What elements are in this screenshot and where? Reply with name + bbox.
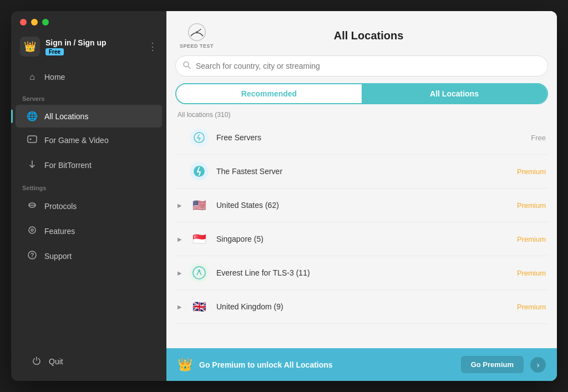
list-item[interactable]: ▶ 🇸🇬 Singapore (5) Premium: [175, 222, 548, 256]
sidebar: 👑 Sign in / Sign up Free ⋮ ⌂ Home Server…: [11, 11, 166, 381]
premium-banner[interactable]: 👑 Go Premium to unlock All Locations Go …: [166, 348, 557, 381]
svg-point-1: [30, 139, 32, 140]
free-badge: Free: [45, 48, 64, 55]
list-item[interactable]: Free Servers Free: [175, 121, 548, 155]
search-icon: [183, 62, 191, 71]
location-name: Everest Line for TLS-3 (11): [216, 268, 517, 277]
brand-area: 👑 Sign in / Sign up Free: [20, 37, 106, 57]
window-maximize-button[interactable]: [42, 19, 49, 26]
brand-text: Sign in / Sign up Free: [45, 38, 106, 55]
us-flag: 🇺🇸: [190, 196, 209, 215]
window-minimize-button[interactable]: [31, 19, 38, 26]
sidebar-item-all-locations[interactable]: 🌐 All Locations: [16, 105, 162, 128]
search-input[interactable]: [175, 55, 548, 77]
location-name: The Fastest Server: [216, 167, 517, 176]
expand-icon: ▶: [178, 202, 186, 208]
fastest-server-icon: [190, 162, 209, 181]
game-icon: [27, 134, 38, 146]
tab-recommended[interactable]: Recommended: [176, 84, 362, 103]
expand-icon: ▶: [178, 304, 186, 310]
svg-text:?: ?: [31, 252, 34, 258]
tab-all-locations[interactable]: All Locations: [362, 84, 547, 103]
svg-line-12: [188, 67, 190, 69]
brand-name: Sign in / Sign up: [45, 38, 106, 47]
location-name: United States (62): [216, 201, 517, 210]
sidebar-item-label: For BitTorrent: [44, 161, 92, 170]
svg-rect-0: [28, 136, 37, 142]
location-badge: Premium: [517, 167, 546, 176]
list-item[interactable]: The Fastest Server Premium: [175, 155, 548, 189]
banner-crown-icon: 👑: [178, 358, 192, 372]
location-badge: Premium: [517, 235, 546, 243]
sidebar-item-label: For Game & Video: [44, 136, 109, 145]
support-icon: ?: [27, 250, 38, 262]
location-badge: Free: [531, 134, 546, 142]
more-options-icon[interactable]: ⋮: [148, 40, 158, 53]
sidebar-nav: ⌂ Home Servers 🌐 All Locations For Game …: [11, 63, 166, 342]
location-badge: Premium: [517, 201, 546, 210]
sidebar-footer: Quit: [11, 342, 166, 381]
svg-point-4: [29, 227, 36, 233]
search-bar: [175, 55, 548, 77]
location-badge: Premium: [517, 303, 546, 311]
sidebar-item-label: All Locations: [44, 112, 88, 121]
banner-arrow-icon[interactable]: ›: [530, 357, 546, 373]
main-header: SPEED TEST All Locations: [166, 11, 557, 55]
protocols-icon: [27, 200, 38, 212]
go-premium-button[interactable]: Go Premium: [461, 356, 524, 373]
sidebar-item-label: Features: [44, 227, 75, 236]
locations-count: All locations (310): [166, 109, 557, 121]
speedometer-icon: [187, 22, 207, 42]
sidebar-item-support[interactable]: ? Support: [16, 244, 162, 268]
speed-test-widget[interactable]: SPEED TEST: [180, 22, 214, 49]
window-close-button[interactable]: [20, 19, 27, 26]
features-icon: [27, 225, 38, 237]
sidebar-item-label: Support: [44, 252, 72, 261]
location-name: Free Servers: [216, 133, 531, 142]
sidebar-header: 👑 Sign in / Sign up Free ⋮: [11, 28, 166, 63]
sidebar-item-bittorrent[interactable]: For BitTorrent: [16, 153, 162, 177]
globe-icon: 🌐: [27, 111, 38, 121]
sidebar-item-label: Home: [44, 73, 65, 82]
quit-button[interactable]: Quit: [20, 349, 158, 374]
home-icon: ⌂: [27, 72, 38, 82]
sidebar-item-features[interactable]: Features: [16, 219, 162, 243]
crown-icon: 👑: [20, 37, 40, 57]
expand-icon: ▶: [178, 236, 186, 242]
sg-flag: 🇸🇬: [190, 230, 209, 248]
svg-point-10: [196, 31, 198, 33]
svg-point-13: [194, 133, 204, 142]
sidebar-item-game-video[interactable]: For Game & Video: [16, 128, 162, 152]
location-name: Singapore (5): [216, 235, 517, 243]
main-content: SPEED TEST All Locations Recommended All…: [166, 11, 557, 381]
locations-list: Free Servers Free The Fastest Server Pre…: [166, 121, 557, 348]
sidebar-item-protocols[interactable]: Protocols: [16, 194, 162, 218]
svg-point-5: [31, 229, 33, 231]
location-name: United Kingdom (9): [216, 302, 517, 311]
torrent-icon: [27, 159, 38, 171]
quit-label: Quit: [49, 357, 63, 366]
uk-flag: 🇬🇧: [190, 297, 209, 316]
list-item[interactable]: ▶ 🇬🇧 United Kingdom (9) Premium: [175, 290, 548, 324]
page-title: All Locations: [222, 29, 515, 42]
location-badge: Premium: [517, 269, 546, 277]
expand-icon: ▶: [178, 270, 186, 276]
list-item[interactable]: ▶ 🇺🇸 United States (62) Premium: [175, 189, 548, 222]
free-servers-icon: [190, 128, 209, 147]
servers-section-label: Servers: [11, 89, 166, 104]
everest-icon: [190, 263, 209, 282]
tab-bar: Recommended All Locations: [175, 83, 548, 104]
sidebar-item-home[interactable]: ⌂ Home: [16, 66, 162, 88]
power-icon: [31, 355, 42, 368]
speed-test-label: SPEED TEST: [180, 43, 214, 49]
list-item[interactable]: ▶ Everest Line for TLS-3 (11) Premium: [175, 256, 548, 290]
svg-point-16: [198, 269, 200, 272]
banner-text: Go Premium to unlock All Locations: [199, 360, 454, 369]
app-window: 👑 Sign in / Sign up Free ⋮ ⌂ Home Server…: [11, 11, 557, 381]
sidebar-item-label: Protocols: [44, 202, 77, 211]
settings-section-label: Settings: [11, 178, 166, 194]
svg-point-15: [193, 267, 205, 279]
